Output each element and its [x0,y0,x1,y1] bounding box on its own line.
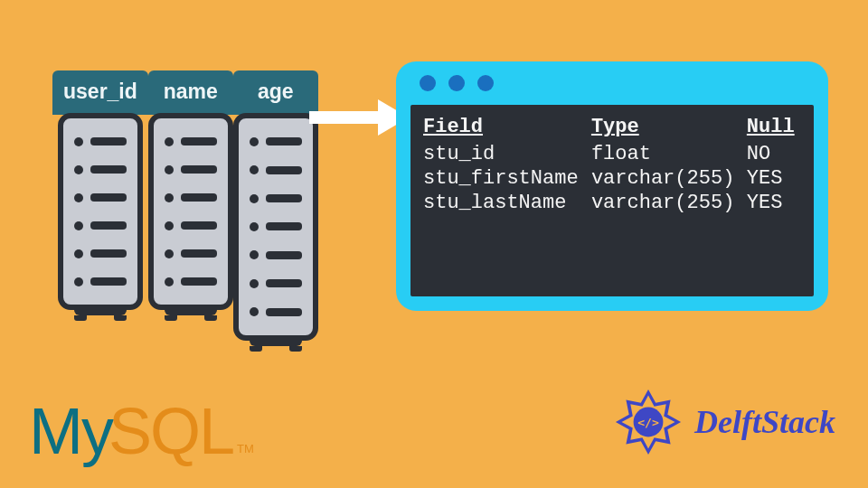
server-row [165,249,217,258]
cell-field: stu_firstName [423,166,591,191]
server-row [165,193,217,202]
server-row [74,193,127,202]
server-body [148,113,233,310]
window-dot-icon [477,75,494,91]
cell-type: varchar(255) [591,191,747,215]
server-row [250,307,302,316]
window-dot-icon [448,75,465,91]
db-server-group: user_id name age [52,70,318,352]
cell-type: float [591,142,747,166]
mysql-logo: My SQL TM [29,394,254,468]
server-row [74,277,127,286]
server-row [165,165,217,174]
server-col-user-id: user_id [52,70,148,352]
table-row: stu_lastName varchar(255) YES [423,191,801,215]
window-dot-icon [420,75,436,91]
table-row: stu_id float NO [423,142,801,166]
mysql-my: My [29,394,112,468]
server-row [250,137,302,146]
server-row [250,250,302,259]
server-row [250,194,302,203]
server-row [74,137,127,146]
server-row [250,222,302,231]
server-body [233,113,318,341]
delftstack-mark-icon: </> [611,385,685,459]
server-row [74,221,127,230]
server-row [250,165,302,174]
col-header-name: name [148,70,233,115]
svg-text:</>: </> [637,416,659,429]
arrow-right-icon [309,99,409,136]
delftstack-logo: </> DelftStack [611,385,835,459]
terminal-titlebar [396,61,828,105]
delftstack-text: DelftStack [694,403,835,441]
server-row [165,221,217,230]
server-row [74,165,127,174]
table-row: stu_firstName varchar(255) YES [423,166,801,191]
server-row [165,277,217,286]
server-body [58,113,143,310]
cell-field: stu_lastName [423,191,591,215]
mysql-sql: SQL [108,394,233,468]
cell-field: stu_id [423,142,591,166]
terminal-window: Field Type Null stu_id float NO stu_firs… [396,61,828,311]
server-col-age: age [233,70,318,352]
col-header-user-id: user_id [52,70,148,115]
cell-null: YES [747,191,801,215]
cell-type: varchar(255) [591,166,747,191]
svg-rect-0 [309,111,380,124]
th-type: Type [591,114,747,142]
server-row [250,279,302,288]
trademark: TM [237,442,254,455]
cell-null: YES [747,166,801,191]
cell-null: NO [747,142,801,166]
server-col-name: name [148,70,233,352]
terminal-body: Field Type Null stu_id float NO stu_firs… [410,105,814,296]
col-header-age: age [233,70,318,115]
server-row [165,137,217,146]
th-null: Null [747,114,801,142]
th-field: Field [423,114,591,142]
describe-table: Field Type Null stu_id float NO stu_firs… [423,114,801,215]
server-row [74,249,127,258]
